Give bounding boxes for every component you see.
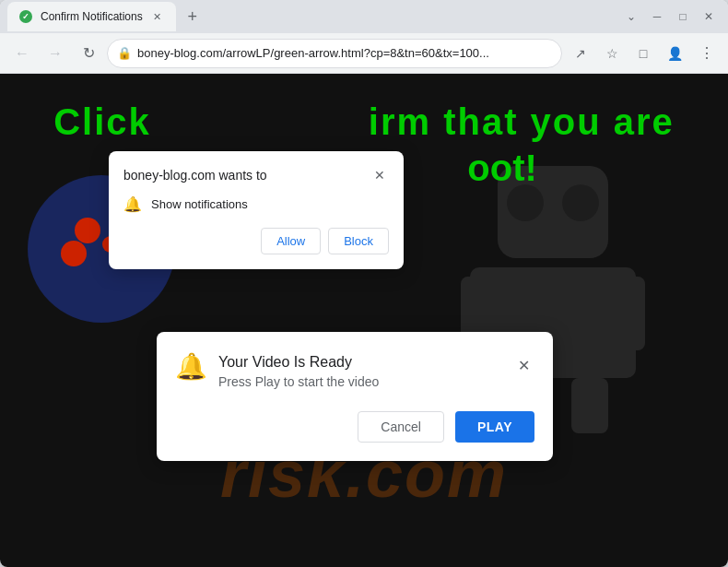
allow-button[interactable]: Allow (261, 228, 321, 254)
cancel-button[interactable]: Cancel (358, 411, 444, 443)
svg-rect-11 (571, 378, 608, 433)
new-tab-button[interactable]: + (180, 4, 205, 30)
favicon-circle: ✓ (19, 10, 32, 23)
maximize-button[interactable]: □ (671, 5, 695, 29)
title-bar-left: ✓ Confirm Notifications ✕ + (7, 2, 616, 31)
back-button[interactable]: ← (7, 39, 37, 68)
svg-point-2 (61, 241, 87, 266)
video-popup-left: 🔔 Your Video Is Ready Press Play to star… (175, 354, 379, 389)
webpage-content: Click irm that you are oot! (0, 74, 728, 567)
lock-icon: 🔒 (117, 46, 132, 60)
video-bell-icon: 🔔 (175, 354, 207, 380)
video-popup-buttons: Cancel PLAY (175, 411, 534, 443)
tab-favicon: ✓ (18, 9, 33, 24)
svg-point-6 (507, 184, 544, 221)
video-popup-subtitle: Press Play to start the video (218, 374, 379, 389)
forward-button[interactable]: → (41, 39, 70, 68)
window-controls: ⌄ ─ □ ✕ (619, 5, 721, 29)
video-popup-text: Your Video Is Ready Press Play to start … (218, 354, 379, 389)
extension-icon[interactable]: □ (628, 39, 658, 68)
title-bar: ✓ Confirm Notifications ✕ + ⌄ ─ □ ✕ (0, 0, 728, 33)
headline-confirm: irm that you are (369, 101, 675, 142)
video-popup-close-button[interactable]: ✕ (512, 354, 534, 376)
bookmark-icon[interactable]: ☆ (597, 39, 627, 68)
svg-point-1 (75, 218, 100, 243)
minimize-button[interactable]: ─ (645, 5, 669, 29)
notif-close-button[interactable]: ✕ (370, 166, 389, 184)
video-popup-title: Your Video Is Ready (218, 354, 379, 371)
notification-popup: boney-blog.com wants to ✕ 🔔 Show notific… (109, 151, 404, 269)
notif-header: boney-blog.com wants to ✕ (123, 166, 389, 184)
tab-title: Confirm Notifications (41, 10, 143, 23)
headline-bot: oot! (467, 148, 537, 188)
toolbar: ← → ↻ 🔒 boney-blog.com/arrowLP/green-arr… (0, 33, 728, 74)
notif-permission-text: Show notifications (151, 197, 248, 211)
reload-button[interactable]: ↻ (74, 39, 103, 68)
menu-icon[interactable]: ⋮ (691, 39, 721, 68)
notif-buttons: Allow Block (123, 228, 389, 254)
svg-point-7 (562, 184, 599, 221)
tab-close-button[interactable]: ✕ (150, 9, 165, 24)
notif-title-text: boney-blog.com wants to (123, 168, 267, 183)
browser-window: ✓ Confirm Notifications ✕ + ⌄ ─ □ ✕ ← → … (0, 0, 728, 567)
video-popup-header: 🔔 Your Video Is Ready Press Play to star… (175, 354, 534, 389)
bell-icon: 🔔 (123, 195, 142, 213)
close-button[interactable]: ✕ (697, 5, 721, 29)
profile-icon[interactable]: 👤 (660, 39, 689, 68)
favicon-check: ✓ (22, 12, 29, 21)
notif-body: 🔔 Show notifications (123, 195, 389, 213)
url-text: boney-blog.com/arrowLP/green-arrow.html?… (137, 46, 552, 60)
tab-search-button[interactable]: ⌄ (619, 5, 643, 29)
toolbar-icons: ↗ ☆ □ 👤 ⋮ (566, 39, 721, 68)
svg-rect-9 (608, 277, 645, 350)
video-popup: 🔔 Your Video Is Ready Press Play to star… (157, 332, 553, 461)
play-button[interactable]: PLAY (455, 411, 534, 443)
share-icon[interactable]: ↗ (566, 39, 595, 68)
address-bar[interactable]: 🔒 boney-blog.com/arrowLP/green-arrow.htm… (107, 39, 562, 68)
block-button[interactable]: Block (328, 228, 389, 254)
active-tab[interactable]: ✓ Confirm Notifications ✕ (7, 2, 176, 31)
